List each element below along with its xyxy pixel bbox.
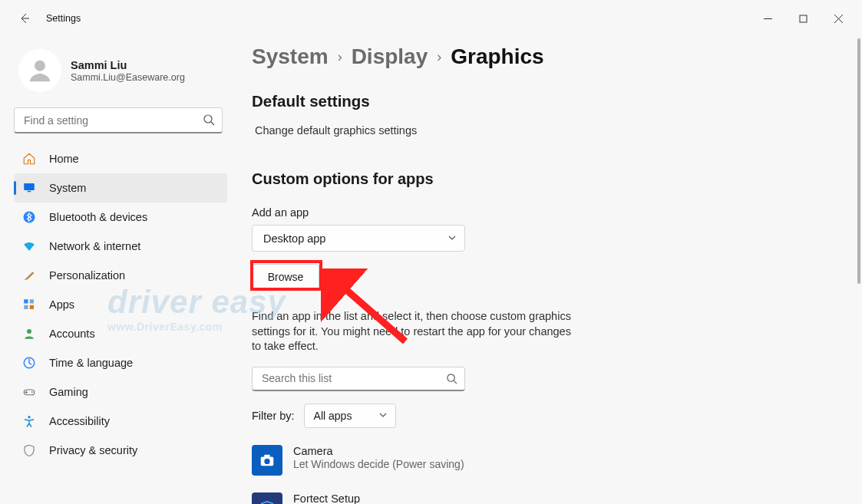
sidebar-item-home[interactable]: Home xyxy=(14,144,227,173)
sidebar-item-personalization[interactable]: Personalization xyxy=(14,261,227,290)
svg-rect-13 xyxy=(24,305,28,309)
app-title: Settings xyxy=(46,13,81,24)
sidebar-item-network[interactable]: Network & internet xyxy=(14,232,227,261)
svg-rect-2 xyxy=(800,15,807,22)
sidebar-item-gaming[interactable]: Gaming xyxy=(14,377,227,407)
sidebar-item-label: Network & internet xyxy=(49,240,140,252)
sidebar-item-label: System xyxy=(49,182,86,194)
sidebar-item-label: Bluetooth & devices xyxy=(49,211,147,223)
person-icon xyxy=(25,56,54,85)
apps-icon xyxy=(21,297,37,312)
sidebar-item-label: Personalization xyxy=(49,269,125,282)
svg-point-6 xyxy=(204,115,212,123)
custom-options-description: Find an app in the list and select it, t… xyxy=(252,309,582,354)
svg-line-7 xyxy=(211,122,214,125)
app-row-camera[interactable]: Camera Let Windows decide (Power saving) xyxy=(252,445,853,476)
filter-dropdown[interactable]: All apps xyxy=(304,404,396,428)
accessibility-icon xyxy=(21,413,37,429)
breadcrumb-system[interactable]: System xyxy=(252,44,329,69)
svg-rect-24 xyxy=(264,454,269,457)
sidebar-item-label: Accessibility xyxy=(49,415,110,427)
svg-rect-11 xyxy=(24,299,28,303)
search-input[interactable] xyxy=(14,107,223,133)
minimize-icon xyxy=(764,15,772,23)
svg-point-15 xyxy=(27,329,31,334)
close-icon xyxy=(834,15,843,23)
clock-globe-icon xyxy=(21,355,37,371)
sidebar-nav: Home System Bluetooth & devices Network … xyxy=(14,144,227,465)
svg-point-19 xyxy=(28,416,30,418)
filter-label: Filter by: xyxy=(252,410,295,422)
app-type-dropdown[interactable]: Desktop app xyxy=(252,225,465,252)
svg-rect-8 xyxy=(24,183,35,190)
sidebar-item-label: Home xyxy=(49,153,79,165)
camera-app-icon xyxy=(252,445,282,476)
maximize-button[interactable] xyxy=(785,6,821,31)
sidebar-item-label: Apps xyxy=(49,298,74,311)
chevron-down-icon xyxy=(378,410,388,422)
bluetooth-icon xyxy=(21,209,37,225)
custom-options-title: Custom options for apps xyxy=(252,170,853,188)
browse-button[interactable]: Browse xyxy=(252,264,319,289)
chevron-right-icon: › xyxy=(338,49,342,65)
window-controls xyxy=(750,6,856,31)
app-name: Fortect Setup xyxy=(293,492,389,504)
profile-email: Sammi.Liu@Easeware.org xyxy=(71,72,185,83)
sidebar-item-label: Gaming xyxy=(49,386,88,398)
app-row-fortect[interactable]: Fortect Setup Let Windows decide xyxy=(252,492,853,504)
gamepad-icon xyxy=(21,384,37,400)
monitor-icon xyxy=(21,180,37,196)
person-icon xyxy=(21,326,37,341)
scrollbar-thumb[interactable] xyxy=(857,38,860,284)
shield-icon xyxy=(21,443,37,458)
settings-window: Settings Sammi Liu Sammi.Liu@Easeware.or… xyxy=(0,0,862,504)
app-list-search-input[interactable] xyxy=(252,367,465,391)
main-content: System › Display › Graphics Default sett… xyxy=(230,37,862,504)
svg-point-23 xyxy=(264,458,269,463)
breadcrumb-current: Graphics xyxy=(451,44,543,69)
svg-point-20 xyxy=(448,374,454,381)
titlebar: Settings xyxy=(0,0,862,37)
minimize-button[interactable] xyxy=(750,6,785,31)
chevron-down-icon xyxy=(448,232,457,245)
app-subtext: Let Windows decide (Power saving) xyxy=(293,458,464,470)
app-name: Camera xyxy=(293,445,464,457)
search-icon xyxy=(446,373,457,387)
paintbrush-icon xyxy=(21,268,37,283)
app-type-selected: Desktop app xyxy=(263,232,325,245)
svg-point-5 xyxy=(35,61,45,71)
search-wrap xyxy=(14,107,223,133)
sidebar-item-accounts[interactable]: Accounts xyxy=(14,319,227,348)
sidebar-item-label: Time & language xyxy=(49,357,133,369)
sidebar-item-bluetooth[interactable]: Bluetooth & devices xyxy=(14,203,227,232)
avatar xyxy=(18,49,61,92)
close-button[interactable] xyxy=(821,6,856,31)
svg-line-21 xyxy=(454,380,457,384)
sidebar: Sammi Liu Sammi.Liu@Easeware.org Home Sy… xyxy=(0,37,230,504)
app-list-search-wrap xyxy=(252,367,465,391)
sidebar-item-label: Privacy & security xyxy=(49,444,137,456)
chevron-right-icon: › xyxy=(437,49,441,65)
sidebar-item-privacy[interactable]: Privacy & security xyxy=(14,436,227,465)
breadcrumb-display[interactable]: Display xyxy=(352,44,428,69)
filter-row: Filter by: All apps xyxy=(252,404,853,428)
sidebar-item-apps[interactable]: Apps xyxy=(14,290,227,319)
sidebar-item-time-language[interactable]: Time & language xyxy=(14,348,227,377)
fortect-app-icon xyxy=(252,492,282,504)
search-icon xyxy=(203,114,215,129)
profile-name: Sammi Liu xyxy=(71,59,185,71)
sidebar-item-label: Accounts xyxy=(49,328,95,340)
sidebar-item-accessibility[interactable]: Accessibility xyxy=(14,407,227,436)
home-icon xyxy=(21,151,37,166)
wifi-icon xyxy=(21,239,37,254)
svg-point-18 xyxy=(31,391,33,393)
sidebar-item-system[interactable]: System xyxy=(14,173,227,203)
filter-selected: All apps xyxy=(314,410,352,422)
profile-block[interactable]: Sammi Liu Sammi.Liu@Easeware.org xyxy=(14,46,227,106)
browse-button-label: Browse xyxy=(268,271,304,283)
back-button[interactable] xyxy=(12,6,37,31)
breadcrumb: System › Display › Graphics xyxy=(252,44,853,69)
change-default-graphics-row[interactable]: Change default graphics settings xyxy=(255,124,853,137)
arrow-left-icon xyxy=(18,12,31,25)
svg-rect-12 xyxy=(30,299,34,303)
